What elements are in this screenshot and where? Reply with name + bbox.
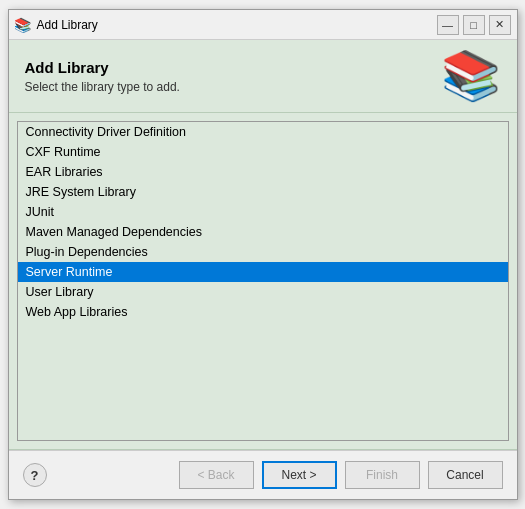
footer-panel: ? < Back Next > Finish Cancel: [9, 450, 517, 499]
cancel-button[interactable]: Cancel: [428, 461, 503, 489]
list-item[interactable]: JUnit: [18, 202, 508, 222]
list-item[interactable]: Connectivity Driver Definition: [18, 122, 508, 142]
list-item[interactable]: Maven Managed Dependencies: [18, 222, 508, 242]
title-bar-controls: — □ ✕: [437, 15, 511, 35]
header-panel: Add Library Select the library type to a…: [9, 40, 517, 113]
window-icon: 📚: [15, 17, 31, 33]
help-button[interactable]: ?: [23, 463, 47, 487]
list-item[interactable]: User Library: [18, 282, 508, 302]
header-icon: 📚: [441, 52, 501, 100]
maximize-button[interactable]: □: [463, 15, 485, 35]
list-item[interactable]: Server Runtime: [18, 262, 508, 282]
content-panel: Connectivity Driver DefinitionCXF Runtim…: [9, 113, 517, 450]
finish-button[interactable]: Finish: [345, 461, 420, 489]
header-subtitle: Select the library type to add.: [25, 80, 180, 94]
header-title: Add Library: [25, 59, 180, 76]
footer-left: ?: [23, 463, 47, 487]
add-library-window: 📚 Add Library — □ ✕ Add Library Select t…: [8, 9, 518, 500]
list-item[interactable]: CXF Runtime: [18, 142, 508, 162]
list-item[interactable]: Plug-in Dependencies: [18, 242, 508, 262]
back-button[interactable]: < Back: [179, 461, 254, 489]
title-bar: 📚 Add Library — □ ✕: [9, 10, 517, 40]
close-button[interactable]: ✕: [489, 15, 511, 35]
next-button[interactable]: Next >: [262, 461, 337, 489]
footer-buttons: < Back Next > Finish Cancel: [179, 461, 503, 489]
library-listbox[interactable]: Connectivity Driver DefinitionCXF Runtim…: [17, 121, 509, 441]
list-item[interactable]: EAR Libraries: [18, 162, 508, 182]
header-text: Add Library Select the library type to a…: [25, 59, 180, 94]
minimize-button[interactable]: —: [437, 15, 459, 35]
list-item[interactable]: Web App Libraries: [18, 302, 508, 322]
window-title: Add Library: [37, 18, 437, 32]
list-item[interactable]: JRE System Library: [18, 182, 508, 202]
